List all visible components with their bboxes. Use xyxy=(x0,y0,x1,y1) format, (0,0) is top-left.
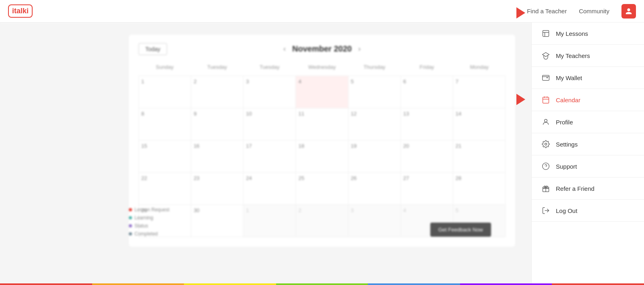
bottom-bar-red2 xyxy=(552,283,644,285)
nav-find-teacher[interactable]: Find a Teacher xyxy=(527,8,567,14)
bottom-bar xyxy=(0,283,644,285)
profile-label: Profile xyxy=(556,119,573,126)
support-label: Support xyxy=(556,163,577,170)
sidebar-item-my-lessons[interactable]: My Lessons xyxy=(532,23,644,45)
bottom-bar-red xyxy=(0,283,92,285)
table-row[interactable]: 16 xyxy=(191,140,244,173)
sidebar-item-my-wallet[interactable]: My Wallet xyxy=(532,67,644,89)
table-row[interactable]: 24 xyxy=(244,173,296,205)
list-item: Learning xyxy=(129,215,169,221)
list-item: Status xyxy=(129,223,169,229)
status-dot xyxy=(129,224,132,227)
table-row[interactable]: 15 xyxy=(139,140,191,173)
sidebar-item-logout[interactable]: Log Out xyxy=(532,200,644,222)
today-button[interactable]: Today xyxy=(138,43,167,55)
table-row[interactable]: 1 xyxy=(244,205,296,237)
calendar-label: Calendar xyxy=(556,97,580,103)
sidebar-item-settings[interactable]: Settings xyxy=(532,133,644,155)
logo[interactable]: italki xyxy=(8,4,33,18)
lesson-request-dot xyxy=(129,208,132,211)
table-row[interactable]: 20 xyxy=(401,140,453,173)
table-row[interactable]: 26 xyxy=(349,173,401,205)
next-month-button[interactable]: › xyxy=(358,45,361,53)
bottom-bar-green xyxy=(276,283,368,285)
arrow-to-avatar xyxy=(516,7,525,19)
table-row[interactable]: 5 xyxy=(349,76,401,108)
calendar-grid: Sunday Tuesday Tuesday Wednesday Thursda… xyxy=(138,62,506,237)
calendar-icon xyxy=(541,95,550,104)
table-row[interactable]: 23 xyxy=(191,173,244,205)
table-row[interactable]: 3 xyxy=(244,76,296,108)
list-item: Lesson Request xyxy=(129,207,169,213)
table-row[interactable]: 30 xyxy=(191,205,244,237)
calendar-title: November 2020 xyxy=(292,44,352,54)
table-row[interactable]: 18 xyxy=(296,140,348,173)
dropdown-menu: My Lessons My Teachers My Wallet xyxy=(531,23,644,285)
logo-icon: italki xyxy=(8,4,33,18)
my-wallet-label: My Wallet xyxy=(556,74,582,81)
table-row[interactable]: 8 xyxy=(139,108,191,140)
table-row[interactable]: 14 xyxy=(453,108,506,140)
legend: Lesson Request Learning Status Completed xyxy=(129,207,169,237)
table-row[interactable]: 17 xyxy=(244,140,296,173)
prev-month-button[interactable]: ‹ xyxy=(283,45,286,53)
table-row[interactable]: 9 xyxy=(191,108,244,140)
sidebar-item-refer[interactable]: Refer a Friend xyxy=(532,178,644,200)
table-row[interactable]: 1 xyxy=(139,76,191,108)
table-row[interactable]: 2 xyxy=(191,76,244,108)
calendar-header: Today ‹ November 2020 › xyxy=(138,44,506,54)
bottom-bar-orange xyxy=(92,283,184,285)
table-row[interactable]: 27 xyxy=(401,173,453,205)
svg-rect-3 xyxy=(543,75,549,81)
table-row[interactable]: 21 xyxy=(453,140,506,173)
table-row[interactable]: 3 xyxy=(349,205,401,237)
days-header: Sunday Tuesday Tuesday Wednesday Thursda… xyxy=(138,62,506,72)
sidebar-item-calendar[interactable]: Calendar xyxy=(532,89,644,111)
bottom-bar-blue xyxy=(368,283,460,285)
svg-rect-0 xyxy=(543,31,549,37)
table-row[interactable]: 19 xyxy=(349,140,401,173)
learning-dot xyxy=(129,216,132,219)
my-lessons-label: My Lessons xyxy=(556,30,588,37)
get-feedback-button[interactable]: Get Feedback Now xyxy=(430,223,491,237)
table-row[interactable]: 11 xyxy=(296,108,348,140)
list-item: Completed xyxy=(129,231,169,237)
calendar-body: 1 2 3 4 5 6 7 8 9 10 11 12 13 14 15 16 1… xyxy=(138,76,506,237)
refer-label: Refer a Friend xyxy=(556,185,594,192)
avatar[interactable] xyxy=(621,4,636,19)
my-teachers-label: My Teachers xyxy=(556,52,590,59)
graduation-icon xyxy=(541,51,550,60)
svg-point-10 xyxy=(543,163,549,170)
table-row[interactable]: 28 xyxy=(453,173,506,205)
bottom-bar-yellow xyxy=(184,283,276,285)
svg-point-8 xyxy=(545,119,547,122)
table-row[interactable]: 13 xyxy=(401,108,453,140)
table-row[interactable]: 2 xyxy=(296,205,348,237)
arrow-to-calendar xyxy=(516,94,525,105)
calendar-container: Today ‹ November 2020 › Sunday Tuesday T… xyxy=(129,35,515,247)
table-row[interactable]: 4 xyxy=(296,76,348,108)
help-icon xyxy=(541,162,550,171)
logout-icon xyxy=(541,206,550,215)
table-row[interactable]: 12 xyxy=(349,108,401,140)
completed-dot xyxy=(129,232,132,235)
svg-point-9 xyxy=(545,143,547,145)
sidebar-item-my-teachers[interactable]: My Teachers xyxy=(532,45,644,67)
nav-community[interactable]: Community xyxy=(579,8,609,14)
wallet-icon xyxy=(541,73,550,82)
table-row[interactable]: 7 xyxy=(453,76,506,108)
user-icon xyxy=(541,118,550,126)
header: italki Find a Teacher Community xyxy=(0,0,644,23)
table-row[interactable]: 6 xyxy=(401,76,453,108)
table-row[interactable]: 10 xyxy=(244,108,296,140)
gift-icon xyxy=(541,184,550,193)
table-row[interactable]: 22 xyxy=(139,173,191,205)
sidebar-item-support[interactable]: Support xyxy=(532,155,644,178)
sidebar-item-profile[interactable]: Profile xyxy=(532,111,644,133)
header-nav: Find a Teacher Community xyxy=(527,4,636,19)
logout-label: Log Out xyxy=(556,207,577,214)
settings-label: Settings xyxy=(556,141,578,148)
book-icon xyxy=(541,29,550,38)
svg-rect-4 xyxy=(543,97,549,103)
table-row[interactable]: 25 xyxy=(296,173,348,205)
